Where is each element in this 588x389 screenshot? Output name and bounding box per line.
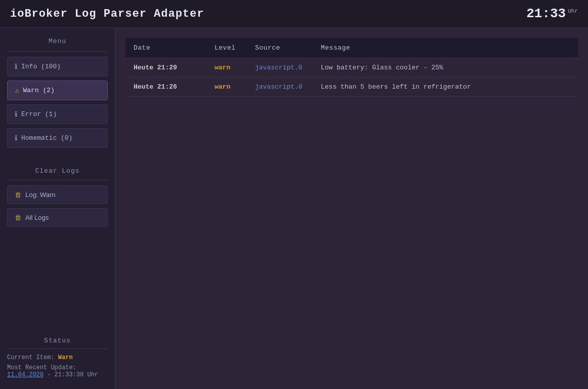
clear-log-warn-button[interactable]: 🗑 Log: Warn — [7, 185, 108, 204]
clear-all-logs-label: All Logs — [25, 214, 49, 221]
clear-all-logs-button[interactable]: 🗑 All Logs — [7, 208, 108, 227]
main-layout: Menu ℹ Info (100) ⚠ Warn (2) ℹ Error (1)… — [0, 28, 588, 389]
app-header: ioBroker Log Parser Adapter 21:33 Uhr — [0, 0, 588, 28]
menu-section: Menu ℹ Info (100) ⚠ Warn (2) ℹ Error (1)… — [7, 35, 108, 152]
cell-message: Less than 5 beers left in refrigerator — [313, 77, 578, 97]
error-icon: ℹ — [15, 110, 17, 119]
col-header-message: Message — [313, 38, 578, 58]
clear-log-warn-label: Log: Warn — [25, 191, 56, 199]
homematic-icon: ℹ — [15, 134, 17, 142]
col-header-date: Date — [125, 38, 206, 58]
info-icon: ℹ — [15, 62, 17, 71]
cell-date: Heute 21:29 — [125, 58, 206, 77]
trash-warn-icon: 🗑 — [15, 191, 21, 199]
table-row: Heute 21:26warnjavascript.0Less than 5 b… — [125, 77, 578, 97]
sidebar-item-homematic-label: Homematic (0) — [21, 134, 72, 142]
app-title: ioBroker Log Parser Adapter — [10, 8, 204, 20]
menu-title: Menu — [7, 37, 108, 45]
col-header-level: Level — [206, 38, 247, 58]
sidebar-item-homematic[interactable]: ℹ Homematic (0) — [7, 128, 108, 148]
trash-all-icon: 🗑 — [15, 214, 21, 221]
sidebar-item-warn[interactable]: ⚠ Warn (2) — [7, 81, 108, 100]
most-recent-label: Most Recent Update: — [7, 364, 76, 371]
col-header-source: Source — [247, 38, 313, 58]
clock: 21:33 Uhr — [526, 6, 578, 21]
status-divider — [7, 348, 108, 349]
table-row: Heute 21:29warnjavascript.0Low battery: … — [125, 58, 578, 77]
current-item-label: Current Item: — [7, 354, 55, 361]
cell-level: warn — [206, 58, 247, 77]
clear-logs-title: Clear Logs — [7, 167, 108, 175]
cell-level: warn — [206, 77, 247, 97]
sidebar-item-error-label: Error (1) — [21, 110, 57, 118]
most-recent-date: 11.04.2020 — [7, 371, 44, 378]
most-recent-row: Most Recent Update: 11.04.2020 - 21:33:3… — [7, 364, 108, 378]
clock-unit: Uhr — [568, 8, 578, 14]
clock-time: 21:33 — [526, 6, 566, 21]
menu-divider — [7, 51, 108, 52]
cell-source: javascript.0 — [247, 58, 313, 77]
warn-icon: ⚠ — [15, 86, 19, 95]
cell-date: Heute 21:26 — [125, 77, 206, 97]
status-title: Status — [7, 337, 108, 344]
sidebar-item-error[interactable]: ℹ Error (1) — [7, 104, 108, 124]
status-section: Status Current Item: Warn Most Recent Up… — [7, 329, 108, 381]
sidebar-item-warn-label: Warn (2) — [23, 87, 54, 94]
clear-logs-section: Clear Logs 🗑 Log: Warn 🗑 All Logs — [7, 167, 108, 231]
cell-source: javascript.0 — [247, 77, 313, 97]
current-item-row: Current Item: Warn — [7, 354, 108, 361]
sidebar-item-info-label: Info (100) — [21, 63, 61, 70]
log-table: Date Level Source Message Heute 21:29war… — [125, 38, 578, 97]
table-header-row: Date Level Source Message — [125, 38, 578, 58]
sidebar-item-info[interactable]: ℹ Info (100) — [7, 57, 108, 76]
cell-message: Low battery: Glass cooler - 25% — [313, 58, 578, 77]
most-recent-time: - 21:33:30 Uhr — [47, 371, 98, 378]
content-area: Date Level Source Message Heute 21:29war… — [115, 28, 588, 389]
sidebar: Menu ℹ Info (100) ⚠ Warn (2) ℹ Error (1)… — [0, 28, 115, 389]
current-item-value: Warn — [58, 354, 73, 361]
clear-divider — [7, 180, 108, 180]
